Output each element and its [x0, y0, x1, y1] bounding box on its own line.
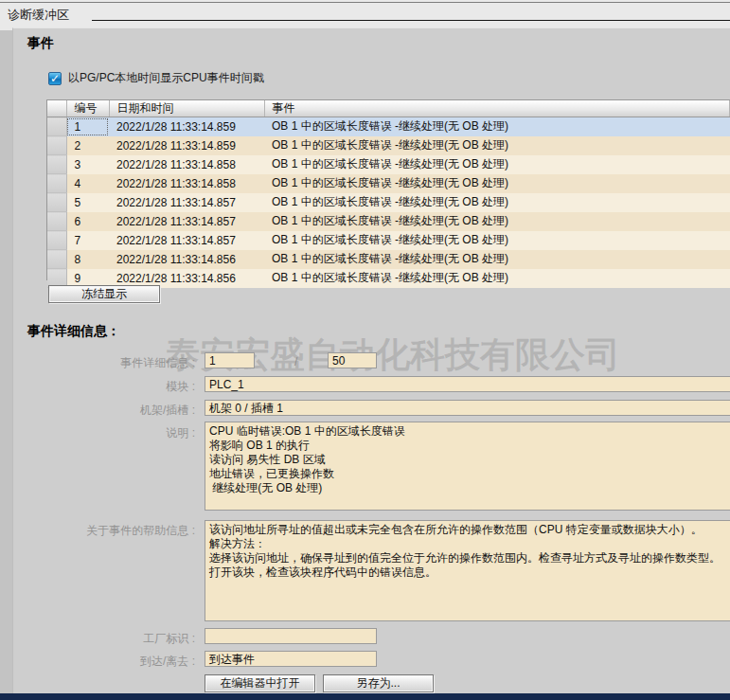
- top-divider: [0, 2, 730, 3]
- detail-separator: /: [294, 355, 297, 368]
- module-field[interactable]: PLC_1: [205, 376, 730, 392]
- diagnostics-buffer-pane: 诊断缓冲区 事件 ✓ 以PG/PC本地时间显示CPU事件时间戳 编号 日期和时间…: [0, 0, 730, 700]
- save-as-button[interactable]: 另存为...: [323, 674, 434, 692]
- pane-title: 诊断缓冲区: [8, 7, 69, 24]
- event-help-label: 关于事件的帮助信息 :: [15, 523, 195, 539]
- detail-index-label: 事件详细信息 :: [15, 355, 195, 371]
- window-bottom-edge: [0, 693, 730, 700]
- title-underline: [92, 20, 730, 21]
- plant-designation-field[interactable]: [205, 628, 377, 644]
- description-field[interactable]: CPU 临时错误:OB 1 中的区域长度错误 将影响 OB 1 的执行 读访问 …: [205, 422, 730, 511]
- detail-current-field[interactable]: 1: [205, 352, 255, 368]
- incoming-outgoing-label: 到达/离去 :: [15, 654, 195, 670]
- open-in-editor-button[interactable]: 在编辑器中打开: [205, 674, 315, 692]
- event-details-form: 事件详细信息 : 1 / 50 模块 : PLC_1 机架/插槽 : 机架 0 …: [13, 28, 730, 700]
- module-label: 模块 :: [15, 379, 195, 395]
- plant-designation-label: 工厂标识 :: [15, 631, 195, 647]
- pane-titlebar: 诊断缓冲区: [0, 0, 730, 30]
- event-help-field[interactable]: 该访问地址所寻址的值超出或未完全包含在所允许的操作数范围（CPU 特定变量或数据…: [205, 520, 730, 621]
- rack-slot-field[interactable]: 机架 0 / 插槽 1: [205, 400, 730, 416]
- description-label: 说明 :: [15, 425, 195, 441]
- incoming-outgoing-field[interactable]: 到达事件: [205, 651, 377, 667]
- detail-total-field[interactable]: 50: [328, 352, 377, 368]
- events-panel: 事件 ✓ 以PG/PC本地时间显示CPU事件时间戳 编号 日期和时间 事件: [12, 27, 730, 700]
- rack-slot-label: 机架/插槽 :: [15, 403, 195, 419]
